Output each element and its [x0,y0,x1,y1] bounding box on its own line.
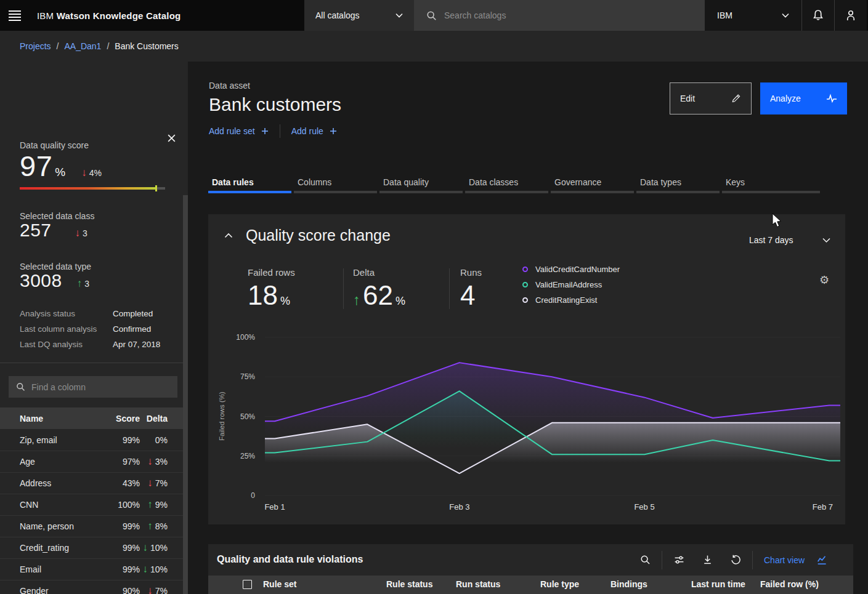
quality-score-line-chart: 100%75%50%25%0Failed rows (%)Feb 1Feb 3F… [208,325,845,520]
quality-score-meter [20,187,165,190]
violations-header-last-run-time[interactable]: Last run time [691,579,760,589]
account-selector[interactable]: IBM [704,0,801,31]
violations-header-rule-set[interactable]: Rule set [263,579,386,589]
column-row[interactable]: Credit_rating99%↓10% [0,537,188,558]
quality-score-value: 97 [20,149,52,183]
close-icon [167,134,176,143]
edit-button-label: Edit [680,94,695,103]
quality-score-unit: % [55,166,65,179]
legend-item[interactable]: ValidCreditCardNumber [522,265,620,274]
violations-header-bindings[interactable]: Bindings [610,579,691,589]
edit-button[interactable]: Edit [670,82,752,114]
divider [662,551,662,569]
profile-button[interactable] [834,0,867,31]
tab-data-classes[interactable]: Data classes [465,167,551,193]
data-type-trend-arrow: ↑ [77,278,83,290]
chart-legend: ValidCreditCardNumberValidEmailAddressCr… [522,265,620,305]
violations-header-rule-type[interactable]: Rule type [540,579,610,589]
header-delta: Delta [140,414,188,423]
top-navbar: IBM Watson Knowledge Catalog All catalog… [0,0,868,31]
chevron-up-icon [224,233,233,238]
tab-data-quality[interactable]: Data quality [379,167,465,193]
svg-text:Feb 3: Feb 3 [449,502,469,512]
violations-card: Quality and data rule violations Chart v… [208,544,853,594]
data-type-value: 3008 [20,270,62,291]
time-range-dropdown[interactable]: Last 7 days [749,235,830,245]
data-class-trend-arrow: ↓ [75,227,81,239]
search-icon [640,555,651,565]
legend-ring-icon [522,297,528,303]
breadcrumb-separator: / [57,41,59,51]
search-button[interactable] [636,550,654,570]
tab-data-rules[interactable]: Data rules [208,167,294,193]
violations-header-failed-row-[interactable]: Failed row (%) [760,579,853,589]
tab-governance[interactable]: Governance [551,167,636,193]
svg-text:Feb 1: Feb 1 [264,502,285,512]
delta-stat: Delta ↑62% [353,267,405,311]
menu-icon[interactable] [0,0,30,31]
notifications-button[interactable] [801,0,834,31]
failed-rows-stat: Failed rows 18% [248,267,295,311]
account-label: IBM [717,10,732,20]
reset-button[interactable] [726,550,745,570]
column-row[interactable]: CNN100%↑9% [0,494,188,515]
breadcrumb-item[interactable]: AA_Dan1 [64,41,101,51]
violations-header-run-status[interactable]: Run status [456,579,540,589]
column-row[interactable]: Email99%↓10% [0,558,188,580]
select-all-checkbox[interactable] [243,580,252,589]
data-class-delta: 3 [83,228,87,238]
sidebar-scrollbar[interactable] [183,195,188,594]
column-search [9,376,177,398]
catalog-selector[interactable]: All catalogs [304,0,414,31]
collapse-section-button[interactable] [224,233,233,238]
legend-item[interactable]: ValidEmailAddress [522,280,620,289]
svg-text:Feb 7: Feb 7 [813,502,833,512]
breadcrumb-item: Bank Customers [115,41,178,51]
tab-columns[interactable]: Columns [294,167,379,193]
close-panel-button[interactable] [167,134,176,143]
chevron-down-icon [395,13,403,18]
chart-view-toggle[interactable]: Chart view [764,555,828,565]
app-title: IBM Watson Knowledge Catalog [37,10,180,21]
analyze-button[interactable]: Analyze [760,82,847,114]
add-rule-link[interactable]: Add rule [291,126,337,136]
breadcrumb-item[interactable]: Projects [20,41,51,51]
down-arrow-icon: ↓ [147,477,153,489]
main-content: Data asset Bank customers Add rule set A… [188,62,868,594]
download-button[interactable] [698,550,716,570]
violations-header-rule-status[interactable]: Rule status [386,579,456,589]
divider [752,551,753,569]
columns-table: Name Score Delta Zip, email99%0%Age97%↓3… [0,407,188,594]
column-row[interactable]: Gender90%↓7% [0,580,188,594]
activity-icon [826,94,837,103]
legend-item[interactable]: CreditRatingExist [522,295,620,305]
tab-keys[interactable]: Keys [722,167,808,193]
reset-icon [731,555,741,565]
chevron-down-icon [782,13,789,18]
time-range-value: Last 7 days [749,235,793,245]
last-column-analysis-row: Last column analysisConfirmed [20,324,168,334]
legend-ring-icon [522,267,528,272]
violations-title: Quality and data rule violations [217,554,363,565]
column-row[interactable]: Zip, email99%0% [0,429,188,451]
tab-data-types[interactable]: Data types [636,167,722,193]
add-rule-set-link[interactable]: Add rule set [209,126,269,136]
breadcrumb: Projects/AA_Dan1/Bank Customers [0,31,868,62]
column-row[interactable]: Age97%↓3% [0,451,188,472]
gear-icon[interactable]: ⚙ [819,273,829,286]
last-dq-analysis-row: Last DQ analysisApr 07, 2018 [20,340,168,349]
column-row[interactable]: Name, person99%↑8% [0,515,188,537]
download-icon [702,555,713,565]
delta-up-arrow: ↑ [353,291,360,308]
header-score: Score [102,414,140,423]
svg-text:75%: 75% [240,372,255,381]
svg-text:100%: 100% [236,333,255,342]
plus-icon [330,127,337,135]
bell-icon [812,9,824,22]
column-row[interactable]: Address43%↓7% [0,472,188,494]
chevron-down-icon [822,238,830,243]
search-icon [426,10,437,21]
find-column-input[interactable] [31,382,170,392]
filter-button[interactable] [670,550,688,570]
search-input[interactable] [444,10,692,20]
